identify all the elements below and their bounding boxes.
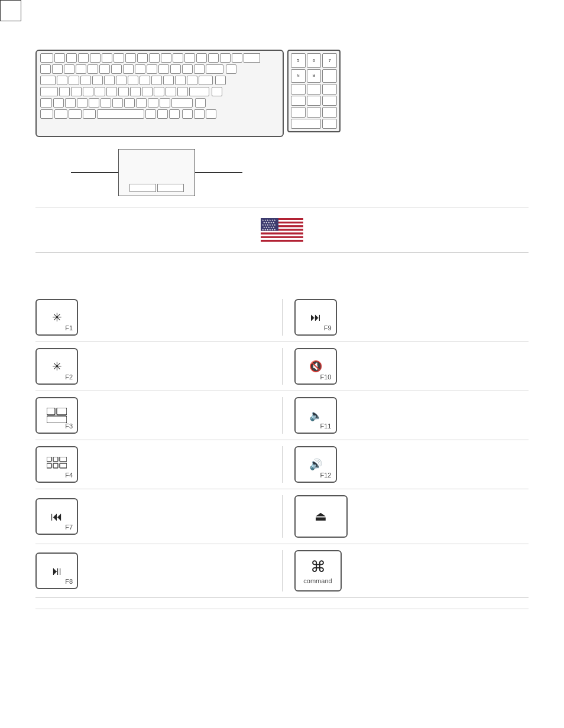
touchpad-line-left — [71, 172, 118, 173]
fkey-f4-left: F4 — [35, 446, 270, 483]
svg-text:★★★★★★: ★★★★★★ — [262, 228, 276, 231]
key-f10-label: F10 — [320, 373, 332, 381]
mute-icon: 🔇 — [309, 360, 322, 373]
mission-control-icon — [47, 408, 67, 423]
divider-2 — [35, 252, 529, 253]
key-f7: ⏮ F7 — [35, 498, 78, 535]
touchpad-section — [71, 149, 529, 196]
touchpad-left-button — [129, 184, 156, 192]
svg-rect-27 — [60, 463, 67, 468]
fkey-f2-left: ✳ F2 — [35, 348, 270, 385]
key-f2: ✳ F2 — [35, 348, 78, 385]
fkey-f8-left: ⏯ F8 — [35, 552, 270, 589]
touchpad — [118, 149, 195, 196]
brightness-high-icon: ✳ — [52, 360, 62, 372]
key-f1: ✳ F1 — [35, 299, 78, 336]
key-f10: 🔇 F10 — [294, 348, 337, 385]
fkey-f12-right: 🔊 F12 — [294, 446, 529, 483]
fkey-divider-v5 — [282, 495, 283, 538]
touchpad-buttons — [129, 184, 184, 192]
key-eject: ⏏ — [294, 495, 348, 538]
key-f8-label: F8 — [65, 578, 73, 585]
launchpad-icon — [47, 457, 67, 472]
svg-rect-9 — [261, 235, 303, 236]
fkey-row-3: F3 🔈 F11 — [35, 391, 529, 440]
fkey-command-right: ⌘ command — [294, 550, 529, 592]
fkey-row-1: ✳ F1 ⏭ F9 — [35, 293, 529, 342]
touchpad-line-right — [195, 172, 242, 173]
svg-rect-21 — [47, 416, 67, 423]
key-f7-label: F7 — [65, 524, 73, 531]
key-command: ⌘ command — [294, 550, 342, 592]
divider-1 — [35, 207, 529, 207]
play-pause-icon: ⏯ — [51, 564, 63, 578]
command-label: command — [303, 577, 332, 584]
fkey-f7-left: ⏮ F7 — [35, 498, 270, 535]
divider-3 — [35, 609, 529, 609]
svg-rect-23 — [53, 457, 58, 462]
key-f1-label: F1 — [65, 324, 73, 332]
key-f9: ⏭ F9 — [294, 299, 337, 336]
svg-rect-22 — [47, 457, 51, 462]
fkey-f11-right: 🔈 F11 — [294, 397, 529, 434]
key-f4-label: F4 — [65, 472, 73, 479]
key-f8: ⏯ F8 — [35, 552, 78, 589]
numpad-diagram: 5 6 7 N M — [287, 50, 341, 132]
key-f3-label: F3 — [65, 422, 73, 430]
key-f3: F3 — [35, 397, 78, 434]
svg-rect-8 — [261, 233, 303, 235]
volume-up-icon: 🔊 — [309, 458, 322, 471]
function-keys-section: ✳ F1 ⏭ F9 ✳ F2 — [35, 293, 529, 598]
volume-down-icon: 🔈 — [309, 409, 322, 422]
flag-section: ★★★★★★ ★★★★★ ★★★★★★ ★★★★★ ★★★★★★ — [35, 218, 529, 242]
eject-icon: ⏏ — [315, 509, 327, 524]
page-container: 5 6 7 N M — [0, 0, 564, 644]
keyboard-section: 5 6 7 N M — [35, 24, 529, 137]
key-f11: 🔈 F11 — [294, 397, 337, 434]
key-f12: 🔊 F12 — [294, 446, 337, 483]
key-f4: F4 — [35, 446, 78, 483]
svg-rect-26 — [53, 463, 58, 468]
svg-rect-20 — [57, 408, 67, 415]
command-icon: ⌘ — [310, 558, 326, 576]
brightness-low-icon: ✳ — [52, 311, 62, 323]
fkey-divider-v2 — [282, 348, 283, 385]
fkey-divider-v4 — [282, 446, 283, 483]
fkey-row-4: F4 🔊 F12 — [35, 440, 529, 489]
fkey-f1-left: ✳ F1 — [35, 299, 270, 336]
fkey-f10-right: 🔇 F10 — [294, 348, 529, 385]
fkey-row-6: ⏯ F8 ⌘ command — [35, 544, 529, 598]
fkey-eject-right: ⏏ — [294, 495, 529, 538]
svg-rect-24 — [60, 457, 67, 462]
fkey-divider-v1 — [282, 299, 283, 336]
svg-rect-12 — [261, 240, 303, 242]
keyboard-diagram — [35, 50, 284, 137]
svg-rect-10 — [261, 236, 303, 238]
svg-rect-25 — [47, 463, 51, 468]
fkey-f9-right: ⏭ F9 — [294, 299, 529, 336]
key-f2-label: F2 — [65, 373, 73, 381]
rewind-icon: ⏮ — [51, 510, 63, 524]
us-flag: ★★★★★★ ★★★★★ ★★★★★★ ★★★★★ ★★★★★★ — [261, 218, 303, 242]
fkey-f3-left: F3 — [35, 397, 270, 434]
key-f11-label: F11 — [320, 422, 332, 430]
skip-forward-icon: ⏭ — [310, 312, 321, 323]
touchpad-right-button — [157, 184, 184, 192]
svg-rect-7 — [261, 231, 303, 233]
corner-box — [0, 0, 21, 21]
fkey-row-2: ✳ F2 🔇 F10 — [35, 342, 529, 391]
fkey-divider-v6 — [282, 550, 283, 592]
fkey-row-5: ⏮ F7 ⏏ — [35, 489, 529, 544]
svg-rect-19 — [47, 408, 55, 415]
svg-rect-11 — [261, 238, 303, 240]
key-f9-label: F9 — [324, 324, 332, 332]
fkey-divider-v3 — [282, 397, 283, 434]
key-f12-label: F12 — [320, 472, 332, 479]
